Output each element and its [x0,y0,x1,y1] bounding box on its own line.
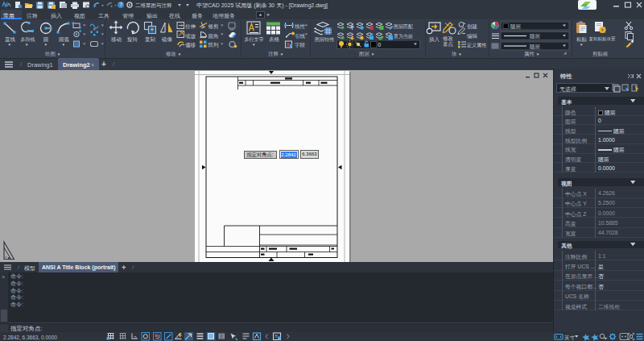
svg-text:?: ? [119,2,122,7]
